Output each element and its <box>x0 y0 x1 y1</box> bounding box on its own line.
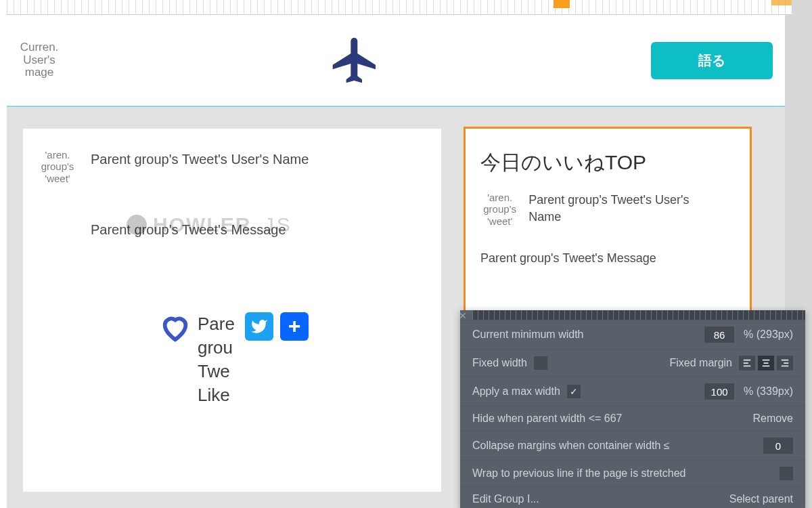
top-ruler <box>7 0 812 15</box>
responsive-property-panel[interactable]: ✕ Current minimum width 86 % (293px) Fix… <box>460 310 805 508</box>
close-icon[interactable]: ✕ <box>459 310 471 322</box>
apply-max-checkbox[interactable]: ✓ <box>567 385 581 398</box>
apply-max-label: Apply a max width <box>472 385 560 398</box>
site-header: Curren. User's mage 語る <box>7 15 785 107</box>
collapse-margins-label: Collapse margins when container width ≤ <box>472 440 670 452</box>
align-center-button[interactable] <box>758 356 774 371</box>
fixed-width-checkbox[interactable] <box>534 356 547 370</box>
remove-hide-rule-link[interactable]: Remove <box>752 412 793 425</box>
align-right-button[interactable] <box>777 356 793 371</box>
max-width-pct: % (339px) <box>744 385 793 398</box>
add-share-button[interactable]: + <box>280 312 309 341</box>
wrap-checkbox[interactable] <box>780 467 793 480</box>
ruler-mark <box>771 0 792 5</box>
tweet-username-small: Parent group's Tweet's User's Name <box>528 192 723 227</box>
min-width-pct: % (293px) <box>744 329 793 341</box>
tweet-avatar-small[interactable]: 'aren. group's 'weet' <box>480 192 519 227</box>
tweet-message-small: Parent group's Tweet's Message <box>480 250 723 267</box>
margin-align-group <box>739 356 793 371</box>
fixed-margin-label: Fixed margin <box>670 357 732 369</box>
tweet-message: Parent group's Tweet's Message HOWLER.JS <box>91 222 414 238</box>
select-parent-link[interactable]: Select parent <box>729 493 793 505</box>
edit-group-link[interactable]: Edit Group I... <box>472 493 539 505</box>
tweet-avatar[interactable]: 'aren. group's 'weet' <box>38 149 77 184</box>
talk-button[interactable]: 語る <box>651 42 773 79</box>
current-user-avatar[interactable]: Curren. User's mage <box>19 41 60 79</box>
min-width-label: Current minimum width <box>472 329 583 341</box>
fixed-width-label: Fixed width <box>472 357 527 369</box>
collapse-width-input[interactable]: 0 <box>763 438 793 454</box>
min-width-input[interactable]: 86 <box>704 326 734 343</box>
tweet-card[interactable]: 'aren. group's 'weet' Parent group's Twe… <box>23 129 441 492</box>
twitter-share-button[interactable] <box>245 312 273 341</box>
panel-ruler <box>472 310 805 320</box>
like-count-text: Pare grou Twe Like <box>198 312 238 407</box>
tweet-actions: Pare grou Twe Like + <box>160 312 414 407</box>
twitter-icon <box>250 318 268 335</box>
top-likes-title: 今日のいいねTOP <box>480 149 723 177</box>
ruler-offcanvas <box>792 0 812 15</box>
hide-rule-label: Hide when parent width <= 667 <box>472 412 622 425</box>
align-left-button[interactable] <box>739 356 755 371</box>
max-width-input[interactable]: 100 <box>704 383 734 400</box>
wrap-previous-label: Wrap to previous line if the page is str… <box>472 467 685 480</box>
logo-plane-icon <box>60 33 651 87</box>
heart-icon[interactable] <box>160 312 191 346</box>
tweet-username: Parent group's Tweet's User's Name <box>91 152 309 184</box>
